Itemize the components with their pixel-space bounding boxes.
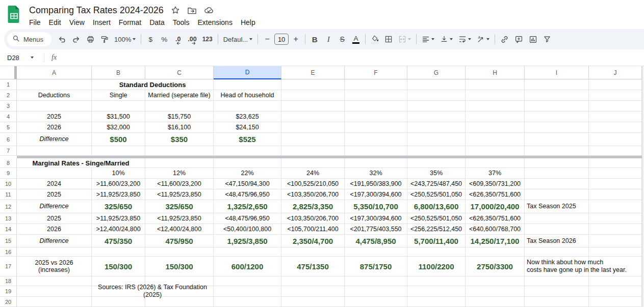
cell-I14[interactable] <box>525 224 589 235</box>
cell-B19[interactable]: Sources: IRS (2026) & Tax Foundation (20… <box>92 286 214 297</box>
cell-G2[interactable] <box>407 90 466 101</box>
row-header-12[interactable]: 12 <box>0 200 17 213</box>
cell-A19[interactable] <box>17 286 92 297</box>
cell-D16[interactable] <box>214 247 281 257</box>
column-header-B[interactable]: B <box>92 66 145 79</box>
cell-J8[interactable] <box>589 158 642 168</box>
cell-I1[interactable] <box>525 79 589 90</box>
cell-B5[interactable]: $32,000 <box>92 122 145 133</box>
cell-C12[interactable]: 325/650 <box>145 200 214 213</box>
cell-D6[interactable]: $525 <box>214 133 281 146</box>
cell-E13[interactable]: <103,350/206,700 <box>281 213 345 224</box>
column-header-E[interactable]: E <box>281 66 345 79</box>
row-header-20[interactable]: 20 <box>0 297 17 307</box>
cell-A3[interactable] <box>17 101 92 111</box>
cell-G20[interactable] <box>407 297 466 307</box>
cell-J1[interactable] <box>589 79 642 90</box>
cell-G6[interactable] <box>407 133 466 146</box>
menu-format[interactable]: Format <box>115 17 145 27</box>
cell-F1[interactable] <box>345 79 407 90</box>
cell-G4[interactable] <box>407 111 466 122</box>
cell-H7[interactable] <box>466 146 525 156</box>
cell-I7[interactable] <box>525 146 589 156</box>
cell-I16[interactable] <box>525 247 589 257</box>
cell-F17[interactable]: 875/1750 <box>345 257 407 276</box>
cell-F4[interactable] <box>345 111 407 122</box>
cell-C13[interactable]: <11,925/23,850 <box>145 213 214 224</box>
insert-chart-button[interactable] <box>526 32 540 46</box>
cell-E12[interactable]: 2,825/3,350 <box>281 200 345 213</box>
cell-F15[interactable]: 4,475/8,950 <box>345 235 407 247</box>
cell-A4[interactable]: 2025 <box>17 111 92 122</box>
menu-edit[interactable]: Edit <box>45 17 65 27</box>
cell-D8[interactable] <box>214 158 281 168</box>
row-header-7[interactable]: 7 <box>0 146 17 156</box>
move-to-folder-icon[interactable] <box>187 6 197 15</box>
cell-C15[interactable]: 475/950 <box>145 235 214 247</box>
cell-B16[interactable] <box>92 247 145 257</box>
cloud-saved-icon[interactable] <box>204 6 214 14</box>
row-header-18[interactable]: 18 <box>0 276 17 286</box>
cell-A10[interactable]: 2024 <box>17 179 92 189</box>
cell-H3[interactable] <box>466 101 525 111</box>
strikethrough-button[interactable]: S <box>336 32 349 46</box>
cell-G12[interactable]: 6,800/13,600 <box>407 200 466 213</box>
cell-I2[interactable] <box>525 90 589 101</box>
cell-A8[interactable]: Marginal Rates - Singe/Married <box>17 158 145 168</box>
cell-J14[interactable] <box>589 224 642 235</box>
cell-F16[interactable] <box>345 247 407 257</box>
cell-E14[interactable]: <105,700/211,400 <box>281 224 345 235</box>
row-header-6[interactable]: 6 <box>0 133 17 146</box>
cell-F14[interactable]: <201,775/403,550 <box>345 224 407 235</box>
column-header-D[interactable]: D <box>214 66 281 79</box>
cell-A15[interactable]: Difference <box>17 235 92 247</box>
menus-search-button[interactable]: Menus <box>7 32 51 46</box>
cell-H18[interactable] <box>466 276 525 286</box>
cell-A20[interactable] <box>17 297 92 307</box>
row-header-1[interactable]: 1 <box>0 79 17 90</box>
cell-I9[interactable] <box>525 168 589 179</box>
cell-F8[interactable] <box>345 158 407 168</box>
menu-extensions[interactable]: Extensions <box>193 17 236 27</box>
cell-I17[interactable]: Now think about how much costs have gone… <box>525 257 589 276</box>
cell-D13[interactable]: <48,475/96,950 <box>214 213 281 224</box>
number-format-button[interactable]: 123 <box>200 32 215 46</box>
cell-E19[interactable] <box>281 286 345 297</box>
borders-button[interactable] <box>382 32 395 46</box>
cell-C9[interactable]: 12% <box>145 168 214 179</box>
cell-D18[interactable] <box>214 276 281 286</box>
cell-G13[interactable]: <250,525/501,050 <box>407 213 466 224</box>
cell-D9[interactable]: 22% <box>214 168 281 179</box>
cell-J18[interactable] <box>589 276 642 286</box>
cell-J12[interactable] <box>589 200 642 213</box>
cell-G8[interactable] <box>407 158 466 168</box>
cell-J3[interactable] <box>589 101 642 111</box>
text-rotation-button[interactable]: A <box>474 32 492 46</box>
horizontal-align-button[interactable] <box>419 32 437 46</box>
cell-A11[interactable]: 2025 <box>17 189 92 200</box>
cell-D5[interactable]: $24,150 <box>214 122 281 133</box>
text-color-button[interactable]: A <box>349 32 363 46</box>
column-header-C[interactable]: C <box>145 66 214 79</box>
cell-H4[interactable] <box>466 111 525 122</box>
cell-F11[interactable]: <197,300/394,600 <box>345 189 407 200</box>
cell-I15[interactable]: Tax Season 2026 <box>525 235 589 247</box>
format-currency-button[interactable]: $ <box>144 32 157 46</box>
cell-I11[interactable] <box>525 189 589 200</box>
cell-C16[interactable] <box>145 247 214 257</box>
cell-C4[interactable]: $15,750 <box>145 111 214 122</box>
row-header-2[interactable]: 2 <box>0 90 17 101</box>
select-all-corner[interactable] <box>0 66 17 79</box>
print-button[interactable] <box>84 32 97 46</box>
row-header-8[interactable]: 8 <box>0 158 17 168</box>
star-icon[interactable] <box>171 6 180 15</box>
cell-C7[interactable] <box>145 146 214 156</box>
cell-F10[interactable]: <191,950/383,900 <box>345 179 407 189</box>
cell-G5[interactable] <box>407 122 466 133</box>
cell-B15[interactable]: 475/350 <box>92 235 145 247</box>
cell-C5[interactable]: $16,100 <box>145 122 214 133</box>
column-header-A[interactable]: A <box>17 66 92 79</box>
cell-H16[interactable] <box>466 247 525 257</box>
bold-button[interactable]: B <box>308 32 321 46</box>
create-filter-button[interactable] <box>540 32 554 46</box>
